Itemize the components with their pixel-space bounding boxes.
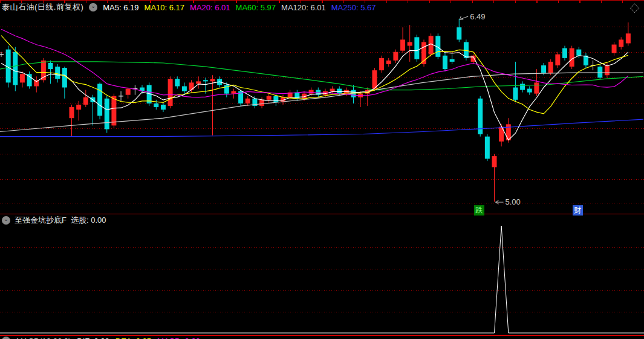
stock-title: 泰山石油(日线.前复权) [2, 2, 83, 13]
candle-body [576, 50, 581, 56]
candle-body [379, 58, 384, 70]
candle-body [457, 27, 461, 39]
candle-body [55, 67, 60, 79]
annotation-text: 6.49 [470, 12, 485, 21]
candle-body [612, 45, 617, 53]
candle-body [485, 137, 490, 159]
collapse-chevron-icon[interactable] [2, 337, 10, 339]
candle-body [20, 74, 25, 82]
candle-body [196, 81, 201, 84]
candle-body [429, 36, 434, 54]
candlestick-chart: 6.495.00 [0, 0, 644, 339]
stock-app-window: 泰山石油(日线.前复权) MA5: 6.19 MA10: 6.17 MA20: … [0, 0, 644, 339]
candle-body [513, 88, 518, 100]
candle-body [520, 84, 525, 90]
candle-body [273, 96, 278, 102]
candle-body [492, 156, 497, 167]
indicator-value: 选股: 0.00 [71, 215, 106, 226]
candle-body [619, 39, 623, 47]
candle-body [408, 42, 412, 46]
ma250-line [0, 119, 643, 136]
ma20-label: MA20: 6.01 [190, 3, 230, 12]
macd-params-label: MACD(12.26.9) [16, 337, 71, 339]
macd-value-label: MACD: 0.06 [157, 337, 200, 339]
dea-value-label: DEA: 0.05 [115, 337, 151, 339]
candle-body [597, 67, 602, 77]
candle-body [309, 90, 314, 94]
collapse-chevron-icon[interactable] [2, 216, 10, 225]
candle-body [337, 89, 342, 94]
candle-body [541, 65, 546, 73]
ma20-line [1, 29, 628, 97]
candle-body [111, 96, 116, 126]
candle-body [450, 59, 455, 62]
signal-spike-line [0, 226, 644, 333]
ma60-label: MA60: 5.97 [236, 3, 276, 12]
collapse-chevron-icon[interactable] [89, 3, 97, 12]
candle-body [259, 100, 264, 106]
candle-body [175, 79, 180, 86]
candle-body [267, 96, 272, 100]
ma5-label: MA5: 6.19 [103, 3, 138, 12]
candle-body [246, 99, 250, 104]
signal-layer [0, 226, 644, 333]
candle-body [570, 48, 574, 67]
candle-body [105, 99, 109, 130]
candle-body [506, 124, 511, 140]
candle-body [70, 107, 74, 118]
candle-body [34, 80, 39, 86]
candle-body [154, 104, 158, 107]
ma10-label: MA10: 6.17 [145, 3, 185, 12]
main-chart-header: 泰山石油(日线.前复权) MA5: 6.19 MA10: 6.17 MA20: … [2, 2, 376, 13]
macd-panel-header: MACD(12.26.9) DIF: 0.08 DEA: 0.05 MACD: … [2, 336, 200, 339]
candles-layer [0, 19, 631, 202]
slow-ma-layer [0, 62, 643, 137]
high-price-annotation: 6.49 [460, 12, 485, 21]
fall-event-badge: 跌 [474, 205, 484, 216]
candle-body [400, 39, 405, 50]
annotation-layer: 6.495.00 [460, 12, 521, 206]
candle-body [76, 105, 81, 110]
candle-body [83, 97, 88, 105]
indicator-name: 至强金坑抄底F [15, 215, 67, 226]
candle-body [126, 89, 131, 95]
candle-body [48, 63, 53, 69]
ma250-label: MA250: 5.67 [331, 3, 376, 12]
candle-body [62, 68, 67, 87]
candle-body [182, 86, 187, 91]
candle-body [527, 89, 532, 93]
candle-body [168, 79, 173, 106]
candle-body [548, 62, 553, 73]
candle-body [203, 80, 208, 81]
sub-indicator-header: 至强金坑抄底F 选股: 0.00 [2, 216, 106, 225]
candle-body [626, 33, 631, 43]
candle-body [393, 52, 398, 61]
candle-body [210, 79, 215, 81]
candle-body [443, 56, 447, 69]
annotation-text: 5.00 [506, 197, 521, 206]
candle-body [562, 48, 567, 58]
ma120-label: MA120: 6.01 [281, 3, 326, 12]
dif-value-label: DIF: 0.08 [77, 337, 109, 339]
candle-body [330, 89, 335, 91]
wealth-event-badge: 财 [573, 205, 583, 216]
candle-body [414, 37, 419, 59]
candle-body [555, 54, 560, 65]
candle-body [534, 82, 539, 93]
candle-body [97, 84, 102, 116]
candle-body [231, 91, 236, 94]
candle-body [386, 61, 391, 64]
candle-body [372, 70, 377, 88]
candle-body [605, 65, 610, 75]
ma60-line [0, 62, 643, 90]
low-price-annotation: 5.00 [496, 197, 521, 206]
candle-body [13, 52, 18, 85]
candle-body [161, 105, 166, 110]
